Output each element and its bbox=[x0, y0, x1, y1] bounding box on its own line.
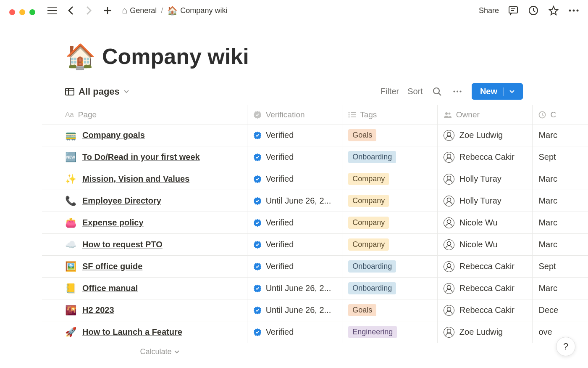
new-page-button[interactable] bbox=[102, 5, 113, 16]
verification-cell[interactable]: Verified bbox=[247, 168, 342, 190]
row-title: H2 2023 bbox=[82, 305, 114, 315]
table-row[interactable]: ✨ Mission, Vision and Values Verified Co… bbox=[42, 168, 588, 190]
created-cell[interactable]: Marc bbox=[532, 278, 588, 299]
top-bar-left: ⌂ General / 🏠 Company wiki bbox=[46, 5, 227, 16]
svg-point-17 bbox=[447, 154, 451, 158]
page-cell[interactable]: 🌇 H2 2023 bbox=[65, 305, 247, 316]
verification-cell[interactable]: Until June 26, 2... bbox=[247, 190, 342, 212]
tags-cell[interactable]: Onboarding bbox=[342, 146, 437, 168]
owner-cell[interactable]: Zoe Ludwig bbox=[437, 124, 533, 146]
row-emoji: 📒 bbox=[65, 283, 76, 294]
table-row[interactable]: 🚀 How to Launch a Feature Verified Engin… bbox=[42, 321, 588, 343]
page-cell[interactable]: ☁️ How to request PTO bbox=[65, 239, 247, 250]
tags-cell[interactable]: Company bbox=[342, 212, 437, 233]
window-close[interactable] bbox=[9, 9, 15, 15]
owner-cell[interactable]: Rebecca Cakir bbox=[437, 256, 533, 277]
verification-cell[interactable]: Verified bbox=[247, 256, 342, 277]
owner-cell[interactable]: Holly Turay bbox=[437, 190, 533, 212]
tags-cell[interactable]: Company bbox=[342, 190, 437, 212]
page-cell[interactable]: ✨ Mission, Vision and Values bbox=[65, 174, 247, 185]
tags-cell[interactable]: Onboarding bbox=[342, 278, 437, 299]
table-row[interactable]: 🖼️ SF office guide Verified Onboarding R… bbox=[42, 256, 588, 278]
owner-cell[interactable]: Zoe Ludwig bbox=[437, 321, 533, 343]
table-row[interactable]: 🌇 H2 2023 Until June 26, 2... Goals Rebe… bbox=[42, 299, 588, 321]
verification-cell[interactable]: Verified bbox=[247, 146, 342, 168]
column-created[interactable]: C bbox=[532, 105, 588, 124]
svg-point-23 bbox=[447, 285, 451, 289]
created-cell[interactable]: Marc bbox=[532, 168, 588, 190]
help-button[interactable]: ? bbox=[556, 337, 575, 356]
created-cell[interactable]: Marc bbox=[532, 190, 588, 212]
page-emoji[interactable]: 🏠 bbox=[65, 42, 95, 71]
table-row[interactable]: 🆕 To Do/Read in your first week Verified… bbox=[42, 146, 588, 168]
created-cell[interactable]: Marc bbox=[532, 234, 588, 255]
owner-cell[interactable]: Nicole Wu bbox=[437, 234, 533, 255]
share-button[interactable]: Share bbox=[479, 6, 499, 15]
list-icon bbox=[348, 112, 356, 118]
owner-cell[interactable]: Rebecca Cakir bbox=[437, 278, 533, 299]
created-cell[interactable]: Sept bbox=[532, 146, 588, 168]
window-minimize[interactable] bbox=[19, 9, 25, 15]
menu-icon[interactable] bbox=[46, 5, 58, 16]
calculate-button[interactable]: Calculate bbox=[118, 343, 202, 360]
created-cell[interactable]: Marc bbox=[532, 212, 588, 233]
page-title[interactable]: 🏠 Company wiki bbox=[65, 42, 588, 71]
verification-cell[interactable]: Verified bbox=[247, 321, 342, 343]
tag: Company bbox=[348, 238, 389, 251]
verification-cell[interactable]: Until June 26, 2... bbox=[247, 278, 342, 299]
chevron-down-icon[interactable] bbox=[509, 90, 514, 93]
filter-button[interactable]: Filter bbox=[381, 87, 399, 96]
table-row[interactable]: ☁️ How to request PTO Verified Company N… bbox=[42, 234, 588, 256]
owner-cell[interactable]: Rebecca Cakir bbox=[437, 299, 533, 321]
tags-cell[interactable]: Company bbox=[342, 234, 437, 255]
created-cell[interactable]: Sept bbox=[532, 256, 588, 277]
window-maximize[interactable] bbox=[29, 9, 35, 15]
verification-cell[interactable]: Verified bbox=[247, 212, 342, 233]
column-owner[interactable]: Owner bbox=[437, 105, 533, 124]
created-cell[interactable]: Marc bbox=[532, 124, 588, 146]
tags-cell[interactable]: Company bbox=[342, 168, 437, 190]
owner-cell[interactable]: Nicole Wu bbox=[437, 212, 533, 233]
tags-cell[interactable]: Goals bbox=[342, 124, 437, 146]
view-more-icon[interactable] bbox=[452, 86, 463, 98]
verification-cell[interactable]: Verified bbox=[247, 124, 342, 146]
sort-button[interactable]: Sort bbox=[407, 87, 423, 96]
page-cell[interactable]: 🚀 How to Launch a Feature bbox=[65, 327, 247, 338]
updates-icon[interactable] bbox=[528, 5, 539, 16]
back-button[interactable] bbox=[65, 5, 76, 16]
search-icon[interactable] bbox=[431, 86, 443, 98]
row-title: Expense policy bbox=[82, 218, 144, 228]
page-cell[interactable]: 🆕 To Do/Read in your first week bbox=[65, 152, 247, 163]
page-cell[interactable]: 🚃 Company goals bbox=[65, 130, 247, 141]
tag: Onboarding bbox=[348, 282, 396, 294]
column-verification-label: Verification bbox=[266, 110, 305, 119]
verification-cell[interactable]: Verified bbox=[247, 234, 342, 255]
table-row[interactable]: 📞 Employee Directory Until June 26, 2...… bbox=[42, 190, 588, 212]
view-selector[interactable]: All pages bbox=[65, 86, 129, 97]
page-cell[interactable]: 📞 Employee Directory bbox=[65, 196, 247, 207]
tags-cell[interactable]: Engineering bbox=[342, 321, 437, 343]
page-cell[interactable]: 🖼️ SF office guide bbox=[65, 261, 247, 272]
column-verification[interactable]: Verification bbox=[247, 105, 342, 124]
page-cell[interactable]: 👛 Expense policy bbox=[65, 217, 247, 228]
table-row[interactable]: 📒 Office manual Until June 26, 2... Onbo… bbox=[42, 278, 588, 299]
breadcrumb-parent[interactable]: General bbox=[130, 6, 157, 15]
page-cell[interactable]: 📒 Office manual bbox=[65, 283, 247, 294]
column-tags[interactable]: Tags bbox=[342, 105, 437, 124]
table-row[interactable]: 👛 Expense policy Verified Company Nicole… bbox=[42, 212, 588, 234]
tags-cell[interactable]: Goals bbox=[342, 299, 437, 321]
new-button[interactable]: New bbox=[472, 83, 523, 100]
breadcrumb-current[interactable]: Company wiki bbox=[180, 6, 227, 15]
owner-cell[interactable]: Rebecca Cakir bbox=[437, 146, 533, 168]
owner-cell[interactable]: Holly Turay bbox=[437, 168, 533, 190]
forward-button[interactable] bbox=[83, 5, 95, 16]
comments-icon[interactable] bbox=[507, 5, 519, 16]
tags-cell[interactable]: Onboarding bbox=[342, 256, 437, 277]
created-cell[interactable]: Dece bbox=[532, 299, 588, 321]
more-icon[interactable] bbox=[568, 5, 580, 16]
favorite-icon[interactable] bbox=[548, 5, 559, 16]
table-row[interactable]: 🚃 Company goals Verified Goals Zoe Ludwi… bbox=[42, 124, 588, 146]
calculate-label: Calculate bbox=[140, 347, 171, 356]
verification-cell[interactable]: Until June 26, 2... bbox=[247, 299, 342, 321]
column-page[interactable]: Aa Page bbox=[65, 110, 247, 119]
